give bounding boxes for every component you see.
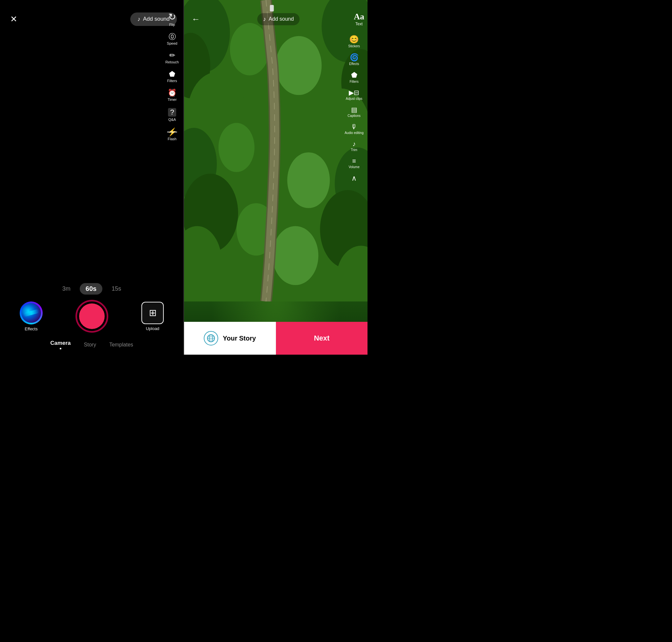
nav-camera-label: Camera — [50, 340, 70, 346]
effects-icon — [20, 301, 43, 324]
timer-button[interactable]: ⏰ Timer — [166, 87, 178, 104]
your-story-label: Your Story — [223, 335, 256, 342]
left-header: ✕ ♪ Add sound ↻ Flip ⓪ Speed ✏ Retouch ⬟… — [0, 0, 183, 29]
flash-icon: ⚡ — [167, 128, 177, 136]
captions-label: Captions — [347, 114, 360, 118]
qa-icon: ? — [168, 108, 176, 117]
your-story-button[interactable]: Your Story — [184, 322, 276, 355]
speed-icon: ⓪ — [169, 33, 176, 40]
next-label: Next — [314, 334, 330, 343]
text-btn-aa-label: Aa — [354, 12, 364, 22]
right-add-sound-button[interactable]: ♪ Add sound — [257, 13, 300, 25]
audio-editing-icon: 🎙 — [351, 124, 357, 130]
svg-point-18 — [273, 226, 319, 285]
right-music-icon: ♪ — [263, 16, 266, 23]
flash-label: Flash — [168, 137, 176, 141]
next-button[interactable]: Next — [276, 322, 368, 355]
nav-story[interactable]: Story — [84, 342, 96, 348]
retouch-button[interactable]: ✏ Retouch — [164, 49, 180, 67]
road-svg — [184, 0, 368, 301]
record-row: Effects ⊞ Upload — [0, 300, 183, 333]
music-icon: ♪ — [137, 16, 141, 23]
flip-icon: ↻ — [168, 12, 176, 22]
filters-icon: ⬟ — [169, 70, 175, 78]
globe-svg — [207, 334, 215, 343]
speed-label: Speed — [167, 41, 177, 45]
filters-right-label: Filters — [350, 80, 358, 84]
chevron-up-icon: ∧ — [352, 175, 357, 182]
volume-label: Volume — [348, 165, 359, 169]
volume-button[interactable]: ≡ Volume — [347, 155, 360, 171]
stickers-button[interactable]: 😊 Stickers — [347, 33, 361, 51]
nav-templates[interactable]: Templates — [109, 342, 133, 348]
effects-right-label: Effects — [349, 62, 359, 66]
chevron-up-button[interactable]: ∧ — [350, 172, 358, 184]
duration-15s[interactable]: 15s — [111, 285, 121, 292]
qa-button[interactable]: ? Q&A — [167, 105, 177, 124]
retouch-icon: ✏ — [169, 52, 175, 59]
right-panel: ← ♪ Add sound Aa Text 😊 Stickers 🌀 Effec… — [184, 0, 368, 355]
bottom-controls: 3m 60s 15s Effects ⊞ — [0, 280, 183, 355]
recording-area — [0, 29, 183, 280]
svg-point-14 — [276, 36, 322, 95]
filters-right-button[interactable]: ⬟ Filters — [348, 69, 360, 86]
right-toolbar: ↻ Flip ⓪ Speed ✏ Retouch ⬟ Filters ⏰ Tim… — [164, 10, 180, 143]
nav-story-label: Story — [84, 342, 96, 348]
svg-point-15 — [219, 123, 255, 172]
record-button[interactable] — [76, 300, 108, 333]
filters-label: Filters — [167, 79, 177, 83]
duration-3m[interactable]: 3m — [62, 285, 70, 292]
upload-button[interactable]: ⊞ Upload — [142, 302, 164, 331]
left-panel: ✕ ♪ Add sound ↻ Flip ⓪ Speed ✏ Retouch ⬟… — [0, 0, 183, 355]
trim-button[interactable]: ♪ Trim — [350, 138, 359, 154]
effects-button[interactable]: Effects — [20, 301, 43, 331]
effects-right-button[interactable]: 🌀 Effects — [348, 51, 360, 68]
nav-camera[interactable]: Camera — [50, 340, 70, 349]
qa-label: Q&A — [168, 118, 176, 121]
close-button[interactable]: ✕ — [6, 12, 21, 26]
record-button-inner — [79, 304, 105, 329]
adjust-clips-icon: ▶⊟ — [349, 89, 359, 96]
timer-label: Timer — [168, 98, 177, 102]
text-button[interactable]: Aa Text — [354, 12, 364, 26]
captions-icon: ▤ — [351, 106, 357, 113]
audio-editing-button[interactable]: 🎙 Audio editing — [343, 121, 365, 137]
duration-selector: 3m 60s 15s — [0, 283, 183, 295]
effects-label: Effects — [25, 326, 38, 331]
filters-button[interactable]: ⬟ Filters — [166, 68, 179, 85]
effects-right-icon: 🌀 — [350, 54, 359, 61]
globe-icon — [204, 331, 218, 345]
effects-stripe — [23, 309, 39, 317]
right-header: ← ♪ Add sound Aa Text — [184, 0, 368, 29]
volume-icon: ≡ — [352, 158, 356, 164]
stickers-label: Stickers — [348, 44, 360, 48]
back-button[interactable]: ← — [189, 12, 203, 26]
effects-inner — [21, 303, 41, 323]
svg-point-16 — [287, 152, 330, 208]
right-tools: 😊 Stickers 🌀 Effects ⬟ Filters ▶⊟ Adjust… — [343, 33, 365, 184]
retouch-label: Retouch — [166, 60, 179, 64]
trim-icon: ♪ — [352, 141, 356, 147]
captions-button[interactable]: ▤ Captions — [346, 104, 361, 120]
flip-button[interactable]: ↻ Flip — [167, 10, 177, 29]
close-icon: ✕ — [10, 15, 17, 23]
filters-right-icon: ⬟ — [351, 72, 357, 79]
text-btn-text-label: Text — [355, 22, 363, 26]
upload-label: Upload — [146, 326, 159, 331]
forest-background — [184, 0, 368, 355]
nav-camera-dot — [60, 348, 61, 349]
duration-60s[interactable]: 60s — [80, 283, 102, 295]
adjust-clips-button[interactable]: ▶⊟ Adjust clips — [344, 87, 364, 103]
right-sound-label: Add sound — [269, 16, 294, 22]
stickers-icon: 😊 — [349, 36, 359, 43]
flip-label: Flip — [169, 23, 175, 27]
adjust-clips-label: Adjust clips — [346, 97, 363, 101]
upload-icon-glyph: ⊞ — [149, 307, 157, 318]
flash-button[interactable]: ⚡ Flash — [166, 126, 179, 143]
speed-button[interactable]: ⓪ Speed — [166, 30, 179, 48]
bottom-nav: Camera Story Templates — [0, 336, 183, 355]
timer-icon: ⏰ — [168, 89, 176, 97]
audio-editing-label: Audio editing — [344, 131, 364, 134]
right-bottom-bar: Your Story Next — [184, 322, 368, 355]
trim-label: Trim — [351, 148, 357, 152]
